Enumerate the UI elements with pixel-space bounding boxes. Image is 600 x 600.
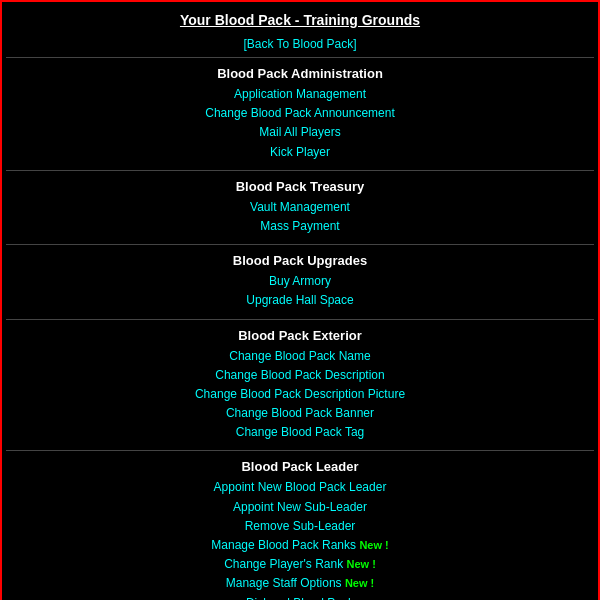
back-to-blood-pack-link[interactable]: [Back To Blood Pack] — [243, 37, 356, 51]
sections-container: Blood Pack AdministrationApplication Man… — [6, 58, 594, 600]
back-link-row: [Back To Blood Pack] — [6, 32, 594, 58]
section-title-leader: Blood Pack Leader — [10, 459, 590, 474]
link-kick-player[interactable]: Kick Player — [10, 143, 590, 162]
link-upgrade-hall-space[interactable]: Upgrade Hall Space — [10, 291, 590, 310]
link-application-management[interactable]: Application Management — [10, 85, 590, 104]
section-administration: Blood Pack AdministrationApplication Man… — [6, 58, 594, 171]
link-buy-armory[interactable]: Buy Armory — [10, 272, 590, 291]
section-title-exterior: Blood Pack Exterior — [10, 328, 590, 343]
link-mail-all-players[interactable]: Mail All Players — [10, 123, 590, 142]
link-change-player-s-rank[interactable]: Change Player's Rank New ! — [10, 555, 590, 574]
link-change-blood-pack-announcement[interactable]: Change Blood Pack Announcement — [10, 104, 590, 123]
link-disband-blood-pack[interactable]: Disband Blood Pack — [10, 594, 590, 600]
section-exterior: Blood Pack ExteriorChange Blood Pack Nam… — [6, 320, 594, 452]
link-change-blood-pack-tag[interactable]: Change Blood Pack Tag — [10, 423, 590, 442]
section-title-administration: Blood Pack Administration — [10, 66, 590, 81]
page-title: Your Blood Pack - Training Grounds — [6, 6, 594, 32]
section-treasury: Blood Pack TreasuryVault ManagementMass … — [6, 171, 594, 245]
new-badge: New ! — [347, 558, 376, 570]
link-mass-payment[interactable]: Mass Payment — [10, 217, 590, 236]
link-change-blood-pack-name[interactable]: Change Blood Pack Name — [10, 347, 590, 366]
new-badge: New ! — [345, 577, 374, 589]
page-wrapper: Your Blood Pack - Training Grounds [Back… — [2, 2, 598, 600]
link-remove-sub-leader[interactable]: Remove Sub-Leader — [10, 517, 590, 536]
link-change-blood-pack-description[interactable]: Change Blood Pack Description — [10, 366, 590, 385]
new-badge: New ! — [359, 539, 388, 551]
section-leader: Blood Pack LeaderAppoint New Blood Pack … — [6, 451, 594, 600]
link-manage-blood-pack-ranks[interactable]: Manage Blood Pack Ranks New ! — [10, 536, 590, 555]
link-change-blood-pack-banner[interactable]: Change Blood Pack Banner — [10, 404, 590, 423]
section-upgrades: Blood Pack UpgradesBuy ArmoryUpgrade Hal… — [6, 245, 594, 319]
link-change-blood-pack-description-picture[interactable]: Change Blood Pack Description Picture — [10, 385, 590, 404]
section-title-treasury: Blood Pack Treasury — [10, 179, 590, 194]
link-vault-management[interactable]: Vault Management — [10, 198, 590, 217]
link-manage-staff-options[interactable]: Manage Staff Options New ! — [10, 574, 590, 593]
section-title-upgrades: Blood Pack Upgrades — [10, 253, 590, 268]
link-appoint-new-sub-leader[interactable]: Appoint New Sub-Leader — [10, 498, 590, 517]
link-appoint-new-blood-pack-leader[interactable]: Appoint New Blood Pack Leader — [10, 478, 590, 497]
